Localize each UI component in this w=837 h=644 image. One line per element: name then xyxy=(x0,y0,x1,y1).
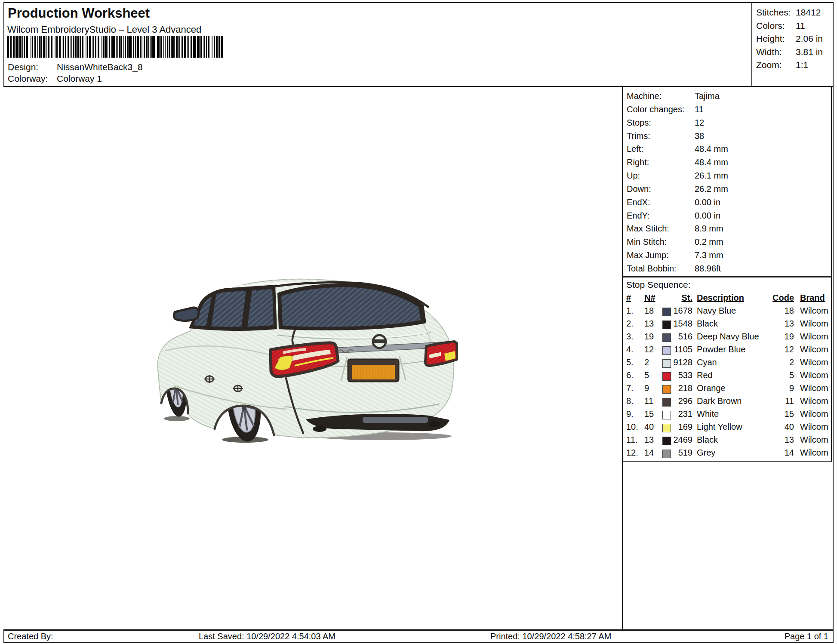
stat-label: Colors: xyxy=(756,19,796,33)
stat-value: 1:1 xyxy=(796,60,808,70)
machine-info-value: 26.2 mm xyxy=(695,184,728,194)
machine-info-value: 7.3 mm xyxy=(695,250,723,260)
stat-label: Height: xyxy=(756,32,796,46)
stop-stitch-count: 2469 xyxy=(671,435,692,445)
page-number: Page 1 of 1 xyxy=(785,632,828,641)
stop-code: 5 xyxy=(764,370,794,380)
machine-info-label: Stops: xyxy=(627,116,695,129)
stop-code: 9 xyxy=(764,383,794,393)
side-mirror xyxy=(174,308,199,321)
machine-info-row: EndX:0.00 in xyxy=(627,196,831,209)
stop-row: 2.131548Black13Wilcom xyxy=(623,319,831,332)
machine-info-value: 48.4 mm xyxy=(695,144,728,154)
machine-info-label: Max Stitch: xyxy=(627,222,695,235)
stop-num: 10. xyxy=(626,422,643,432)
stop-row: 4.121105Powder Blue12Wilcom xyxy=(623,345,831,357)
stop-needle: 13 xyxy=(644,319,659,329)
machine-info-row: Machine:Tajima xyxy=(627,89,831,103)
machine-info-row: Total Bobbin:88.96ft xyxy=(627,262,831,275)
stop-description: Light Yellow xyxy=(697,422,761,432)
machine-info-row: Right:48.4 mm xyxy=(627,156,831,169)
stop-num: 1. xyxy=(626,306,643,316)
page-right-border xyxy=(833,86,834,629)
stop-stitch-count: 231 xyxy=(671,409,692,419)
machine-info-row: Trims:38 xyxy=(627,129,831,143)
stat-row: Height:2.06 in xyxy=(756,32,833,46)
stop-row: 11.132469Black13Wilcom xyxy=(623,435,831,448)
thread-color-swatch xyxy=(662,359,671,368)
stat-label: Stitches: xyxy=(756,6,796,19)
stop-stitch-count: 296 xyxy=(671,396,692,406)
thread-color-swatch xyxy=(662,372,671,381)
machine-info-value: 12 xyxy=(695,118,704,127)
thread-color-swatch xyxy=(662,346,671,355)
thread-color-swatch xyxy=(662,398,671,407)
front-wheel-shadow xyxy=(164,416,190,421)
stop-brand: Wilcom xyxy=(800,448,830,458)
stop-description: Orange xyxy=(697,383,761,393)
stat-value: 3.81 in xyxy=(796,47,823,57)
stop-num: 12. xyxy=(626,448,643,458)
thread-color-swatch xyxy=(662,333,671,342)
machine-info-row: Max Jump:7.3 mm xyxy=(627,249,831,262)
stop-code: 12 xyxy=(764,345,794,354)
last-saved-text: Last Saved: 10/29/2022 4:54:03 AM xyxy=(199,632,335,641)
design-row: Design:NissanWhiteBack3_8 xyxy=(8,62,143,72)
stop-description: Powder Blue xyxy=(697,345,761,354)
nissan-badge-icon xyxy=(373,335,386,348)
col-header-needle: N# xyxy=(644,293,659,303)
stop-needle: 40 xyxy=(644,422,659,432)
stop-num: 7. xyxy=(626,383,643,393)
stop-needle: 2 xyxy=(644,357,659,367)
production-worksheet-page: Production Worksheet Wilcom EmbroiderySt… xyxy=(0,0,837,644)
stop-stitch-count: 533 xyxy=(671,370,692,380)
side-windows xyxy=(189,285,277,331)
stop-brand: Wilcom xyxy=(800,409,830,419)
stop-row: 1.181678Navy Blue18Wilcom xyxy=(623,306,831,319)
stop-code: 11 xyxy=(764,396,794,406)
stop-stitch-count: 1548 xyxy=(671,319,692,329)
stop-stitch-count: 9128 xyxy=(671,357,692,367)
stop-sequence-header: # N# St. Description Code Brand xyxy=(623,293,831,305)
thread-color-swatch xyxy=(662,424,671,432)
stop-brand: Wilcom xyxy=(800,332,830,342)
stop-stitch-count: 218 xyxy=(671,383,692,393)
stop-needle: 19 xyxy=(644,332,659,342)
col-header-brand: Brand xyxy=(800,293,830,303)
stop-row: 7.9218Orange9Wilcom xyxy=(623,383,831,396)
col-header-num: # xyxy=(626,293,643,303)
machine-info-label: Min Stitch: xyxy=(627,235,695,249)
stop-stitch-count: 1678 xyxy=(671,306,692,316)
stop-stitch-count: 516 xyxy=(671,332,692,342)
rear-windshield xyxy=(277,283,426,330)
machine-info-value: 48.4 mm xyxy=(695,157,728,167)
stop-needle: 11 xyxy=(644,396,659,406)
machine-info-value: 0.2 mm xyxy=(695,237,723,247)
stop-needle: 12 xyxy=(644,345,659,354)
stat-row: Width:3.81 in xyxy=(756,46,833,59)
panel-divider-line xyxy=(622,461,623,629)
machine-info-label: Down: xyxy=(627,182,695,196)
stop-sequence-panel: Stop Sequence: # N# St. Description Code… xyxy=(622,277,832,462)
machine-info-row: Up:26.1 mm xyxy=(627,169,831,182)
stop-description: Black xyxy=(697,319,761,329)
stop-brand: Wilcom xyxy=(800,396,830,406)
machine-info-row: Stops:12 xyxy=(627,116,831,129)
stop-description: Grey xyxy=(697,448,761,458)
design-label: Design: xyxy=(8,62,57,72)
machine-info-panel: Machine:TajimaColor changes:11Stops:12Tr… xyxy=(622,86,832,277)
stop-description: Deep Navy Blue xyxy=(697,332,761,342)
embroidery-design-car xyxy=(148,277,458,443)
software-subtitle: Wilcom EmbroideryStudio – Level 3 Advanc… xyxy=(7,24,201,35)
header: Production Worksheet Wilcom EmbroiderySt… xyxy=(3,2,834,87)
page-title: Production Worksheet xyxy=(8,6,150,21)
stop-code: 19 xyxy=(764,332,794,342)
stop-brand: Wilcom xyxy=(800,306,830,316)
footer: Created By: Last Saved: 10/29/2022 4:54:… xyxy=(3,629,834,643)
machine-info-label: Trims: xyxy=(627,129,695,143)
stat-value: 11 xyxy=(796,21,805,31)
stop-description: Cyan xyxy=(697,357,761,367)
machine-info-label: Max Jump: xyxy=(627,249,695,262)
stop-num: 11. xyxy=(626,435,643,445)
exhaust-left xyxy=(313,426,326,432)
